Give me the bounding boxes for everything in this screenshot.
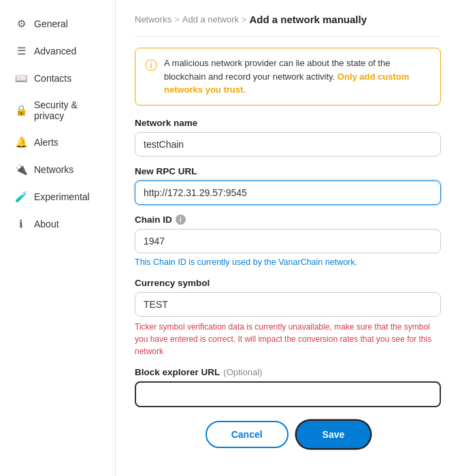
chain-id-label-text: Chain ID: [135, 215, 172, 225]
sidebar-item-label: General: [34, 18, 68, 29]
block-explorer-input[interactable]: [135, 381, 441, 407]
rpc-url-input[interactable]: [135, 180, 441, 205]
block-explorer-label: Block explorer URL (Optional): [135, 367, 441, 377]
save-button[interactable]: Save: [297, 421, 371, 448]
currency-symbol-group: Currency symbol Ticker symbol verificati…: [135, 278, 441, 358]
sidebar-item-alerts[interactable]: 🔔 Alerts: [4, 129, 111, 155]
breadcrumb-sep-1: >: [174, 14, 180, 25]
warning-banner: ⓘ A malicious network provider can lie a…: [135, 48, 441, 106]
sidebar-item-general[interactable]: ⚙ General: [4, 11, 111, 37]
info-icon: ℹ: [15, 218, 27, 230]
bell-icon: 🔔: [15, 136, 27, 148]
sidebar-item-label: Experimental: [34, 191, 90, 202]
sidebar-item-label: Networks: [34, 164, 73, 175]
sidebar-item-contacts[interactable]: 📖 Contacts: [4, 65, 111, 91]
sidebar-item-advanced[interactable]: ☰ Advanced: [4, 38, 111, 64]
network-name-label: Network name: [135, 118, 441, 128]
breadcrumb: Networks > Add a network > Add a network…: [135, 14, 441, 25]
flask-icon: 🧪: [15, 191, 27, 203]
breadcrumb-add-network[interactable]: Add a network: [182, 14, 239, 25]
main-content: Networks > Add a network > Add a network…: [116, 0, 460, 476]
rpc-url-group: New RPC URL: [135, 166, 441, 205]
lock-icon: 🔒: [15, 104, 27, 116]
currency-symbol-input[interactable]: [135, 292, 441, 317]
network-name-input[interactable]: [135, 132, 441, 157]
breadcrumb-current: Add a network manually: [249, 14, 367, 25]
sidebar-item-label: Alerts: [34, 137, 59, 148]
sidebar-item-label: Security & privacy: [34, 99, 100, 121]
breadcrumb-networks[interactable]: Networks: [135, 14, 171, 25]
rpc-url-label: New RPC URL: [135, 166, 441, 176]
menu-icon: ☰: [15, 45, 27, 57]
network-name-group: Network name: [135, 118, 441, 157]
sidebar-item-label: Advanced: [34, 46, 76, 57]
chain-id-label: Chain ID i: [135, 215, 441, 225]
currency-symbol-label: Currency symbol: [135, 278, 441, 288]
cancel-button[interactable]: Cancel: [206, 421, 289, 448]
sidebar: ⚙ General ☰ Advanced 📖 Contacts 🔒 Securi…: [0, 0, 116, 476]
warning-icon: ⓘ: [145, 57, 157, 97]
gear-icon: ⚙: [15, 18, 27, 30]
block-explorer-label-text: Block explorer URL: [135, 367, 220, 377]
block-explorer-optional: (Optional): [223, 367, 262, 377]
breadcrumb-sep-2: >: [242, 14, 247, 25]
chain-id-warning: This Chain ID is currently used by the V…: [135, 257, 441, 269]
warning-text: A malicious network provider can lie abo…: [164, 57, 431, 97]
sidebar-item-about[interactable]: ℹ About: [4, 211, 111, 237]
sidebar-item-security[interactable]: 🔒 Security & privacy: [4, 93, 111, 128]
header-divider: [135, 36, 441, 37]
chain-id-input[interactable]: [135, 229, 441, 253]
chain-id-info-icon[interactable]: i: [176, 215, 186, 225]
chain-id-group: Chain ID i This Chain ID is currently us…: [135, 215, 441, 269]
ticker-warning: Ticker symbol verification data is curre…: [135, 321, 441, 358]
sidebar-item-label: Contacts: [34, 73, 71, 84]
button-row: Cancel Save: [135, 421, 441, 448]
book-icon: 📖: [15, 72, 27, 84]
sidebar-item-networks[interactable]: 🔌 Networks: [4, 157, 111, 183]
plug-icon: 🔌: [15, 163, 27, 176]
sidebar-item-label: About: [34, 219, 59, 229]
block-explorer-group: Block explorer URL (Optional): [135, 367, 441, 407]
sidebar-item-experimental[interactable]: 🧪 Experimental: [4, 184, 111, 210]
